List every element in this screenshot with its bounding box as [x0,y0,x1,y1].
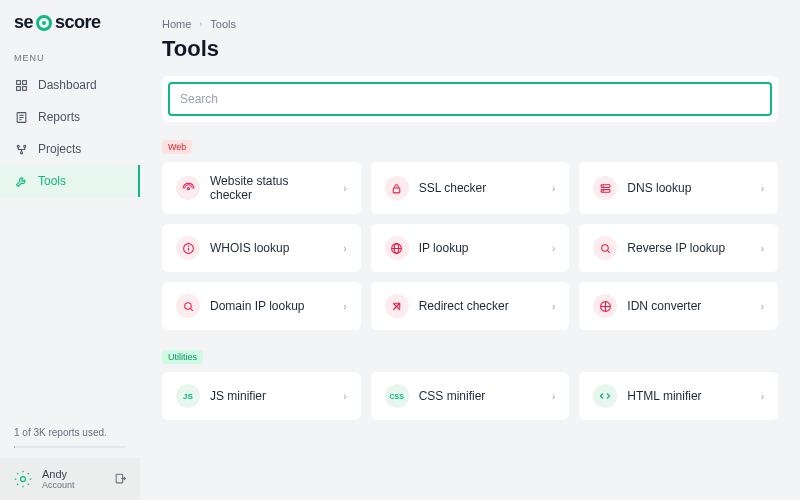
svg-point-11 [21,477,26,482]
tool-label: Redirect checker [419,299,542,313]
tool-card-htmlmin[interactable]: HTML minifier › [579,372,778,420]
chevron-right-icon: › [343,391,346,402]
logo-text-pre: se [14,12,33,33]
tool-label: IP lookup [419,241,542,255]
status-icon [176,176,200,200]
chevron-right-icon: › [343,301,346,312]
sidebar-item-dashboard[interactable]: Dashboard [0,69,140,101]
projects-icon [14,142,28,156]
tool-card-whois[interactable]: WHOIS lookup › [162,224,361,272]
logo[interactable]: se score [0,12,140,47]
tool-label: DNS lookup [627,181,750,195]
globe-icon [593,294,617,318]
tool-card-ssl[interactable]: SSL checker › [371,162,570,214]
chevron-right-icon: › [552,183,555,194]
tool-card-redirect[interactable]: Redirect checker › [371,282,570,330]
tool-card-cssmin[interactable]: CSS CSS minifier › [371,372,570,420]
logo-icon [36,15,52,31]
tool-card-reverse-ip[interactable]: Reverse IP lookup › [579,224,778,272]
chevron-right-icon: › [552,243,555,254]
svg-point-17 [603,185,604,186]
sidebar-item-reports[interactable]: Reports [0,101,140,133]
redirect-icon [385,294,409,318]
globe-icon [385,236,409,260]
tool-label: Website status checker [210,174,333,202]
sidebar-item-tools[interactable]: Tools [0,165,140,197]
section-badge-web: Web [162,140,192,154]
sidebar-item-label: Projects [38,142,81,156]
sidebar-item-label: Reports [38,110,80,124]
breadcrumb-home[interactable]: Home [162,18,191,30]
tool-card-idn[interactable]: IDN converter › [579,282,778,330]
avatar-icon [12,468,34,490]
chevron-right-icon: › [199,19,202,29]
tool-label: Reverse IP lookup [627,241,750,255]
svg-line-28 [190,308,192,310]
svg-rect-0 [16,80,20,84]
tool-label: CSS minifier [419,389,542,403]
sidebar-item-label: Dashboard [38,78,97,92]
chevron-right-icon: › [761,301,764,312]
tool-card-domain-ip[interactable]: Domain IP lookup › [162,282,361,330]
logo-text-post: score [55,12,101,33]
svg-rect-15 [601,184,610,187]
menu-label: MENU [0,47,140,69]
account-label: Account [42,480,106,490]
svg-point-21 [188,246,189,247]
dns-icon [593,176,617,200]
search-input[interactable] [168,82,772,116]
account-info: Andy Account [42,468,106,490]
account-name: Andy [42,468,106,480]
nav: Dashboard Reports Projects Tools [0,69,140,197]
tools-grid-web: Website status checker › SSL checker › D… [162,162,778,330]
info-icon [176,236,200,260]
tool-label: Domain IP lookup [210,299,333,313]
chevron-right-icon: › [552,391,555,402]
tool-label: WHOIS lookup [210,241,333,255]
tools-grid-utilities: JS JS minifier › CSS CSS minifier › HTML… [162,372,778,420]
breadcrumb-current: Tools [210,18,236,30]
sidebar: se score MENU Dashboard Reports [0,0,140,500]
svg-line-26 [607,250,609,252]
search-wrap [162,76,778,122]
css-icon: CSS [385,384,409,408]
tools-icon [14,174,28,188]
usage-bar [14,446,126,448]
svg-rect-16 [601,189,610,192]
svg-point-13 [187,187,189,189]
tool-label: IDN converter [627,299,750,313]
tool-card-dns[interactable]: DNS lookup › [579,162,778,214]
tool-card-jsmin[interactable]: JS JS minifier › [162,372,361,420]
chevron-right-icon: › [761,243,764,254]
svg-rect-14 [393,187,400,192]
main: Home › Tools Tools Web Website status ch… [140,0,800,500]
tool-label: SSL checker [419,181,542,195]
tool-label: JS minifier [210,389,333,403]
svg-point-10 [20,151,22,153]
tool-label: HTML minifier [627,389,750,403]
svg-point-9 [23,145,25,147]
dashboard-icon [14,78,28,92]
svg-point-8 [17,145,19,147]
svg-rect-1 [22,80,26,84]
tool-card-ip[interactable]: IP lookup › [371,224,570,272]
lock-icon [385,176,409,200]
reports-icon [14,110,28,124]
breadcrumb: Home › Tools [162,18,778,30]
chevron-right-icon: › [761,183,764,194]
svg-point-25 [602,244,609,251]
svg-point-18 [603,190,604,191]
tool-card-website-status[interactable]: Website status checker › [162,162,361,214]
sidebar-item-projects[interactable]: Projects [0,133,140,165]
svg-rect-3 [22,86,26,90]
account-block[interactable]: Andy Account [0,458,140,500]
js-icon: JS [176,384,200,408]
chevron-right-icon: › [552,301,555,312]
svg-rect-2 [16,86,20,90]
logout-icon[interactable] [114,472,128,486]
chevron-right-icon: › [343,183,346,194]
search-icon [176,294,200,318]
chevron-right-icon: › [343,243,346,254]
svg-point-27 [184,302,191,309]
usage-text: 1 of 3K reports used. [0,427,140,442]
